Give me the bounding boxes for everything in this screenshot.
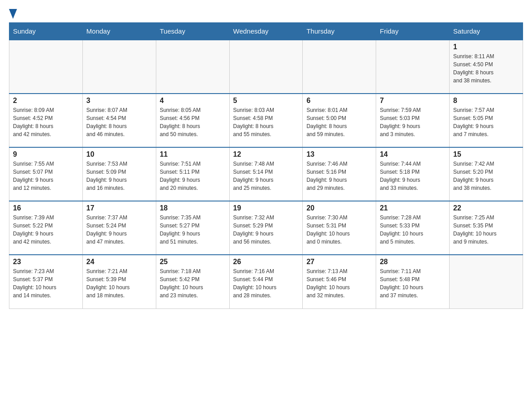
page-header — [9, 9, 523, 18]
calendar-day-cell: 16Sunrise: 7:39 AM Sunset: 5:22 PM Dayli… — [9, 201, 83, 255]
day-number: 19 — [233, 204, 299, 212]
day-info: Sunrise: 7:39 AM Sunset: 5:22 PM Dayligh… — [13, 214, 79, 246]
calendar-day-cell — [156, 40, 229, 94]
day-number: 10 — [86, 150, 152, 158]
calendar-day-cell — [9, 40, 83, 94]
calendar-day-cell: 4Sunrise: 8:05 AM Sunset: 4:56 PM Daylig… — [156, 94, 229, 147]
logo — [9, 9, 17, 18]
day-info: Sunrise: 7:16 AM Sunset: 5:44 PM Dayligh… — [233, 267, 299, 300]
calendar-day-cell: 14Sunrise: 7:44 AM Sunset: 5:18 PM Dayli… — [376, 147, 450, 201]
calendar-day-cell: 24Sunrise: 7:21 AM Sunset: 5:39 PM Dayli… — [82, 255, 156, 308]
day-number: 9 — [13, 150, 79, 158]
day-number: 21 — [380, 204, 446, 212]
calendar-day-cell: 15Sunrise: 7:42 AM Sunset: 5:20 PM Dayli… — [450, 147, 523, 201]
day-info: Sunrise: 7:28 AM Sunset: 5:33 PM Dayligh… — [380, 214, 446, 246]
day-number: 3 — [86, 97, 152, 105]
calendar-day-cell: 1Sunrise: 8:11 AM Sunset: 4:50 PM Daylig… — [450, 40, 523, 94]
day-number: 16 — [13, 204, 79, 212]
day-info: Sunrise: 7:57 AM Sunset: 5:05 PM Dayligh… — [453, 106, 519, 138]
day-number: 8 — [453, 97, 519, 105]
day-number: 11 — [160, 150, 226, 158]
weekday-header-wednesday: Wednesday — [229, 23, 303, 40]
day-info: Sunrise: 7:21 AM Sunset: 5:39 PM Dayligh… — [86, 267, 152, 300]
day-number: 14 — [380, 150, 446, 158]
day-number: 24 — [86, 258, 152, 266]
weekday-header-tuesday: Tuesday — [156, 23, 229, 40]
calendar-day-cell: 28Sunrise: 7:11 AM Sunset: 5:48 PM Dayli… — [376, 255, 450, 308]
calendar-day-cell: 21Sunrise: 7:28 AM Sunset: 5:33 PM Dayli… — [376, 201, 450, 255]
calendar-day-cell: 11Sunrise: 7:51 AM Sunset: 5:11 PM Dayli… — [156, 147, 229, 201]
day-info: Sunrise: 7:46 AM Sunset: 5:16 PM Dayligh… — [306, 160, 372, 192]
day-info: Sunrise: 8:09 AM Sunset: 4:52 PM Dayligh… — [13, 106, 79, 138]
calendar-week-row: 1Sunrise: 8:11 AM Sunset: 4:50 PM Daylig… — [9, 40, 523, 94]
calendar-day-cell: 7Sunrise: 7:59 AM Sunset: 5:03 PM Daylig… — [376, 94, 450, 147]
day-info: Sunrise: 7:37 AM Sunset: 5:24 PM Dayligh… — [86, 214, 152, 246]
calendar-day-cell: 19Sunrise: 7:32 AM Sunset: 5:29 PM Dayli… — [229, 201, 303, 255]
svg-marker-0 — [9, 9, 17, 19]
calendar-day-cell — [82, 40, 156, 94]
calendar-table: SundayMondayTuesdayWednesdayThursdayFrid… — [9, 22, 523, 309]
day-info: Sunrise: 8:03 AM Sunset: 4:58 PM Dayligh… — [233, 106, 299, 138]
calendar-day-cell: 10Sunrise: 7:53 AM Sunset: 5:09 PM Dayli… — [82, 147, 156, 201]
calendar-day-cell: 6Sunrise: 8:01 AM Sunset: 5:00 PM Daylig… — [303, 94, 376, 147]
day-number: 15 — [453, 150, 519, 158]
day-number: 12 — [233, 150, 299, 158]
calendar-day-cell — [450, 255, 523, 308]
day-number: 17 — [86, 204, 152, 212]
calendar-day-cell: 26Sunrise: 7:16 AM Sunset: 5:44 PM Dayli… — [229, 255, 303, 308]
calendar-day-cell: 20Sunrise: 7:30 AM Sunset: 5:31 PM Dayli… — [303, 201, 376, 255]
day-info: Sunrise: 7:30 AM Sunset: 5:31 PM Dayligh… — [306, 214, 372, 246]
day-number: 20 — [306, 204, 372, 212]
day-number: 26 — [233, 258, 299, 266]
day-info: Sunrise: 7:23 AM Sunset: 5:37 PM Dayligh… — [13, 267, 79, 300]
day-info: Sunrise: 8:11 AM Sunset: 4:50 PM Dayligh… — [453, 52, 519, 85]
day-info: Sunrise: 7:51 AM Sunset: 5:11 PM Dayligh… — [160, 160, 226, 192]
day-number: 28 — [380, 258, 446, 266]
day-info: Sunrise: 7:32 AM Sunset: 5:29 PM Dayligh… — [233, 214, 299, 246]
day-info: Sunrise: 7:53 AM Sunset: 5:09 PM Dayligh… — [86, 160, 152, 192]
calendar-week-row: 9Sunrise: 7:55 AM Sunset: 5:07 PM Daylig… — [9, 147, 523, 201]
day-number: 27 — [306, 258, 372, 266]
day-info: Sunrise: 8:07 AM Sunset: 4:54 PM Dayligh… — [86, 106, 152, 138]
day-info: Sunrise: 7:13 AM Sunset: 5:46 PM Dayligh… — [306, 267, 372, 300]
calendar-week-row: 2Sunrise: 8:09 AM Sunset: 4:52 PM Daylig… — [9, 94, 523, 147]
day-number: 2 — [13, 97, 79, 105]
day-info: Sunrise: 7:25 AM Sunset: 5:35 PM Dayligh… — [453, 214, 519, 246]
calendar-day-cell: 2Sunrise: 8:09 AM Sunset: 4:52 PM Daylig… — [9, 94, 83, 147]
day-info: Sunrise: 7:35 AM Sunset: 5:27 PM Dayligh… — [160, 214, 226, 246]
day-info: Sunrise: 8:05 AM Sunset: 4:56 PM Dayligh… — [160, 106, 226, 138]
logo-arrow-icon — [9, 9, 17, 19]
calendar-day-cell: 23Sunrise: 7:23 AM Sunset: 5:37 PM Dayli… — [9, 255, 83, 308]
day-number: 18 — [160, 204, 226, 212]
calendar-day-cell: 12Sunrise: 7:48 AM Sunset: 5:14 PM Dayli… — [229, 147, 303, 201]
day-number: 7 — [380, 97, 446, 105]
calendar-week-row: 16Sunrise: 7:39 AM Sunset: 5:22 PM Dayli… — [9, 201, 523, 255]
day-number: 25 — [160, 258, 226, 266]
day-number: 1 — [453, 43, 519, 51]
day-number: 23 — [13, 258, 79, 266]
day-info: Sunrise: 7:42 AM Sunset: 5:20 PM Dayligh… — [453, 160, 519, 192]
calendar-day-cell: 27Sunrise: 7:13 AM Sunset: 5:46 PM Dayli… — [303, 255, 376, 308]
weekday-header-row: SundayMondayTuesdayWednesdayThursdayFrid… — [9, 23, 523, 40]
calendar-day-cell: 9Sunrise: 7:55 AM Sunset: 5:07 PM Daylig… — [9, 147, 83, 201]
weekday-header-saturday: Saturday — [450, 23, 523, 40]
day-info: Sunrise: 7:18 AM Sunset: 5:42 PM Dayligh… — [160, 267, 226, 300]
calendar-day-cell — [303, 40, 376, 94]
calendar-week-row: 23Sunrise: 7:23 AM Sunset: 5:37 PM Dayli… — [9, 255, 523, 308]
day-number: 22 — [453, 204, 519, 212]
calendar-day-cell: 25Sunrise: 7:18 AM Sunset: 5:42 PM Dayli… — [156, 255, 229, 308]
calendar-day-cell: 8Sunrise: 7:57 AM Sunset: 5:05 PM Daylig… — [450, 94, 523, 147]
weekday-header-thursday: Thursday — [303, 23, 376, 40]
day-number: 5 — [233, 97, 299, 105]
weekday-header-monday: Monday — [82, 23, 156, 40]
day-info: Sunrise: 7:59 AM Sunset: 5:03 PM Dayligh… — [380, 106, 446, 138]
calendar-day-cell — [376, 40, 450, 94]
day-info: Sunrise: 7:55 AM Sunset: 5:07 PM Dayligh… — [13, 160, 79, 192]
weekday-header-friday: Friday — [376, 23, 450, 40]
day-number: 13 — [306, 150, 372, 158]
day-info: Sunrise: 7:44 AM Sunset: 5:18 PM Dayligh… — [380, 160, 446, 192]
calendar-day-cell: 22Sunrise: 7:25 AM Sunset: 5:35 PM Dayli… — [450, 201, 523, 255]
calendar-day-cell: 3Sunrise: 8:07 AM Sunset: 4:54 PM Daylig… — [82, 94, 156, 147]
day-number: 6 — [306, 97, 372, 105]
calendar-day-cell: 18Sunrise: 7:35 AM Sunset: 5:27 PM Dayli… — [156, 201, 229, 255]
